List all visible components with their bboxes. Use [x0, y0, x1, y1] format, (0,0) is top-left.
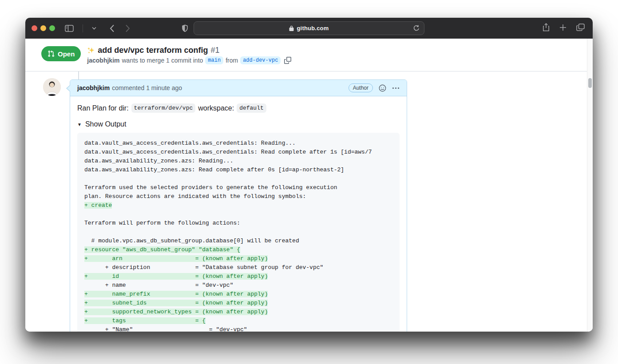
code-line: + subnet_ids = (known after apply) — [84, 299, 392, 308]
avatar[interactable] — [43, 78, 61, 96]
code-line: # module.vpc.aws_db_subnet_group.databas… — [84, 237, 392, 245]
git-pull-request-icon — [48, 50, 55, 57]
code-line: + name = "dev-vpc" — [84, 281, 392, 290]
workspace-label: workspace: — [198, 104, 234, 112]
kebab-menu-icon[interactable] — [392, 87, 400, 89]
timeline-connector — [78, 71, 79, 79]
code-line: data.vault_aws_access_credentials.aws_cr… — [84, 139, 392, 148]
browser-titlebar: github.com — [25, 18, 593, 39]
code-line: plan. Resource actions are indicated wit… — [84, 192, 392, 201]
comment-meta: commented 1 minute ago — [112, 84, 182, 91]
head-branch-label[interactable]: add-dev-vpc — [240, 56, 281, 64]
privacy-shield-icon[interactable] — [182, 24, 188, 32]
merge-summary-text: wants to merge 1 commit into — [122, 57, 203, 64]
scrollbar-track[interactable] — [587, 39, 593, 332]
reload-icon[interactable] — [413, 25, 420, 33]
comment-box: jacobhjkim commented 1 minute ago Author — [70, 79, 407, 332]
base-branch-label[interactable]: main — [205, 56, 223, 64]
copy-branch-icon[interactable] — [284, 57, 291, 64]
share-icon[interactable] — [543, 23, 550, 32]
minimize-window-button[interactable] — [40, 25, 46, 31]
author-badge: Author — [349, 83, 373, 92]
pr-state-badge: Open — [41, 46, 81, 61]
pr-author-name[interactable]: jacobhjkim — [87, 57, 119, 64]
code-line: data.aws_availability_zones.azs: Read co… — [84, 166, 392, 174]
code-line — [84, 210, 392, 219]
tab-overview-icon[interactable] — [576, 23, 585, 32]
address-bar-url: github.com — [297, 25, 329, 32]
back-button[interactable] — [110, 24, 115, 32]
from-word: from — [226, 57, 238, 64]
code-line: Terraform used the selected providers to… — [84, 183, 392, 192]
zoom-window-button[interactable] — [49, 25, 55, 31]
toolbar-divider — [83, 24, 83, 32]
code-line: + resource "aws_db_subnet_group" "databa… — [84, 245, 392, 254]
code-line — [84, 174, 392, 183]
code-line: + id = (known after apply) — [84, 272, 392, 281]
scrollbar-thumb[interactable] — [588, 78, 592, 88]
comment-author[interactable]: jacobhjkim — [77, 84, 110, 91]
plan-summary-line: Ran Plan for dir: terraform/dev/vpc work… — [77, 103, 400, 113]
code-line: + "Name" = "dev-vpc" — [84, 325, 392, 332]
pr-header: Open add dev/vpc terraform config #1 — [25, 39, 593, 71]
close-window-button[interactable] — [32, 25, 37, 31]
emoji-reaction-icon[interactable] — [379, 84, 386, 92]
plan-dir-code: terraform/dev/vpc — [131, 103, 196, 113]
lock-icon — [289, 25, 294, 31]
pr-title: add dev/vpc terraform config #1 — [87, 46, 291, 55]
code-line: + arn = (known after apply) — [84, 254, 392, 263]
sidebar-chevron-down-icon[interactable] — [92, 27, 96, 30]
browser-window: github.com — [25, 18, 593, 332]
forward-button[interactable] — [125, 24, 130, 32]
show-output-toggle[interactable]: ▼ Show Output — [77, 120, 400, 128]
code-line: + supported_network_types = (known after… — [84, 308, 392, 317]
traffic-lights — [32, 25, 55, 31]
code-line: + tags = { — [84, 317, 392, 325]
pr-title-text: add dev/vpc terraform config — [98, 46, 208, 55]
terraform-output: data.vault_aws_access_credentials.aws_cr… — [77, 133, 400, 332]
code-line: + create — [84, 201, 392, 210]
code-line: + name_prefix = (known after apply) — [84, 290, 392, 299]
pr-state-label: Open — [58, 50, 75, 58]
plan-prefix: Ran Plan for dir: — [77, 104, 129, 112]
conversation-timeline: jacobhjkim commented 1 minute ago Author — [25, 71, 593, 332]
workspace-code: default — [237, 103, 266, 113]
code-line: Terraform will perform the following act… — [84, 219, 392, 228]
sidebar-toggle-icon[interactable] — [65, 25, 74, 32]
code-line — [84, 228, 392, 237]
sparkles-icon — [87, 47, 95, 55]
page-content: Open add dev/vpc terraform config #1 — [25, 39, 593, 332]
code-line: data.vault_aws_access_credentials.aws_cr… — [84, 148, 392, 157]
show-output-label: Show Output — [85, 120, 127, 128]
pr-number: #1 — [210, 46, 219, 55]
triangle-down-icon: ▼ — [77, 122, 82, 127]
new-tab-icon[interactable] — [559, 23, 566, 32]
code-line: data.aws_availability_zones.azs: Reading… — [84, 157, 392, 166]
comment-header: jacobhjkim commented 1 minute ago Author — [70, 80, 407, 96]
pr-merge-summary: jacobhjkim wants to merge 1 commit into … — [87, 56, 291, 64]
code-line: + description = "Database subnet group f… — [84, 263, 392, 272]
comment-body: Ran Plan for dir: terraform/dev/vpc work… — [70, 96, 407, 332]
address-bar[interactable]: github.com — [194, 21, 424, 35]
